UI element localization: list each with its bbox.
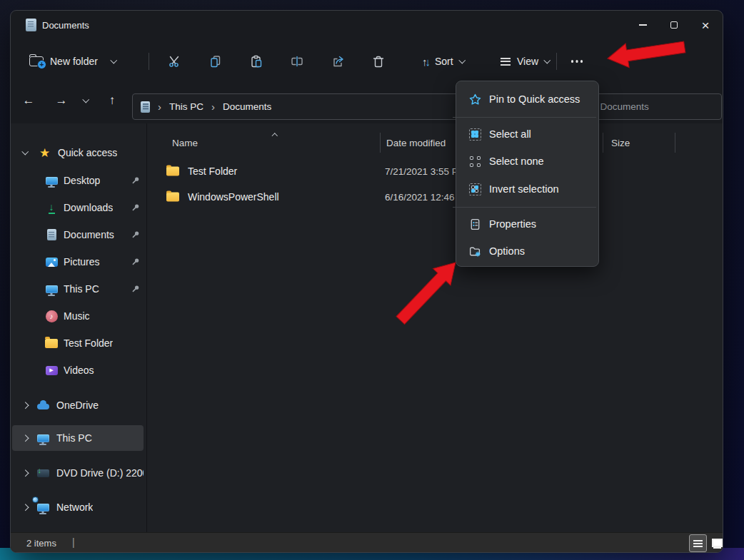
column-header-size[interactable]: Size: [611, 138, 630, 148]
sidebar-item-label: This PC: [64, 283, 99, 295]
sidebar-item-test-folder[interactable]: Test Folder: [11, 330, 146, 356]
menu-item-options[interactable]: Options: [460, 238, 596, 264]
column-header-row: Name Date modified Size: [146, 129, 723, 158]
pin-icon: [131, 258, 140, 266]
menu-item-select-all[interactable]: Select all: [460, 121, 596, 147]
sidebar-item-onedrive[interactable]: OneDrive: [11, 392, 146, 418]
status-bar: 2 items |: [11, 532, 723, 553]
share-button[interactable]: [323, 49, 352, 73]
menu-item-properties[interactable]: Properties: [460, 211, 596, 237]
menu-item-label: Properties: [489, 218, 536, 230]
documents-icon: [44, 228, 59, 242]
menu-item-label: Select all: [489, 128, 531, 140]
star-icon: [468, 92, 482, 106]
downloads-icon: ↓: [44, 200, 59, 215]
delete-icon: [371, 54, 386, 68]
file-date-modified: 7/21/2021 3:55 PM: [385, 166, 466, 177]
forward-button[interactable]: →: [49, 89, 74, 112]
sidebar-item-label: Documents: [64, 229, 114, 240]
close-button[interactable]: ×: [690, 11, 721, 39]
column-divider[interactable]: [675, 133, 675, 153]
file-date-modified: 6/16/2021 12:46: [385, 192, 455, 203]
sidebar-item-videos[interactable]: ▶ Videos: [11, 357, 146, 383]
breadcrumb-current[interactable]: Documents: [223, 101, 271, 112]
file-row-windowspowershell[interactable]: WindowsPowerShell 6/16/2021 12:46: [151, 185, 718, 209]
videos-icon: ▶: [44, 363, 59, 377]
sidebar-item-label: Music: [64, 310, 90, 322]
breadcrumb-this-pc[interactable]: This PC: [169, 101, 203, 112]
paste-button[interactable]: [242, 49, 271, 73]
sidebar-item-label: DVD Drive (D:) 22000: [56, 467, 144, 479]
new-folder-button[interactable]: New folder: [22, 49, 123, 74]
sidebar-item-this-pc-pinned[interactable]: This PC: [11, 276, 146, 302]
view-icon: [501, 58, 511, 66]
sidebar-item-music[interactable]: ♪ Music: [11, 303, 146, 329]
file-name: WindowsPowerShell: [188, 191, 279, 203]
folder-options-icon: [468, 244, 482, 258]
desktop-icon: [44, 173, 59, 188]
network-icon: [35, 500, 51, 514]
details-view-icon: [693, 540, 703, 547]
view-button[interactable]: View: [493, 49, 557, 74]
maximize-icon: [670, 21, 678, 29]
sidebar-item-desktop[interactable]: Desktop: [11, 168, 146, 193]
sidebar-item-this-pc[interactable]: This PC: [11, 425, 146, 451]
large-icons-view-button[interactable]: [708, 534, 723, 552]
column-divider[interactable]: [603, 133, 603, 153]
sort-button[interactable]: ↑↓ Sort: [415, 49, 471, 74]
window-title: Documents: [42, 20, 89, 31]
sidebar-item-quick-access[interactable]: ★ Quick access: [11, 140, 146, 166]
menu-item-label: Pin to Quick access: [489, 93, 580, 105]
sidebar-item-dvd-drive[interactable]: DVD Drive (D:) 22000: [11, 460, 146, 486]
sidebar-item-pictures[interactable]: Pictures: [11, 249, 146, 275]
cut-icon: [168, 54, 182, 68]
see-more-button[interactable]: [564, 49, 590, 73]
chevron-down-icon: [82, 96, 89, 103]
menu-item-pin-to-quick-access[interactable]: Pin to Quick access: [460, 86, 596, 112]
chevron-right-icon[interactable]: [20, 502, 30, 512]
large-icons-view-icon: [712, 539, 723, 547]
pin-icon: [131, 176, 140, 185]
menu-item-select-none[interactable]: Select none: [460, 148, 596, 174]
up-button[interactable]: ↑: [100, 89, 124, 112]
sidebar-item-network[interactable]: Network: [11, 494, 146, 520]
copy-button[interactable]: [201, 49, 230, 73]
sidebar-item-label: Desktop: [64, 175, 100, 186]
sidebar-item-label: Pictures: [64, 256, 100, 268]
column-header-date-modified[interactable]: Date modified: [386, 138, 446, 148]
cut-button[interactable]: [161, 49, 189, 73]
item-count: 2 items: [26, 538, 56, 549]
file-explorer-window: Documents × New folder: [10, 10, 723, 553]
view-label: View: [517, 56, 538, 67]
chevron-right-icon[interactable]: [20, 433, 30, 443]
select-all-icon: [468, 127, 482, 141]
new-folder-label: New folder: [50, 56, 98, 67]
sidebar-item-documents[interactable]: Documents: [11, 222, 146, 248]
minimize-button[interactable]: [627, 11, 658, 39]
menu-item-invert-selection[interactable]: Invert selection: [460, 176, 596, 202]
chevron-down-icon: [111, 57, 117, 63]
rename-button[interactable]: [283, 49, 311, 73]
rename-icon: [290, 54, 304, 68]
back-button[interactable]: ←: [16, 89, 41, 112]
pictures-icon: [44, 255, 59, 269]
select-none-icon: [468, 154, 482, 168]
delete-button[interactable]: [364, 49, 393, 73]
chevron-right-icon[interactable]: [20, 400, 30, 410]
pin-icon: [131, 203, 140, 212]
navigation-bar: ← → ↑ › This PC › Documents: [11, 83, 723, 123]
maximize-button[interactable]: [658, 11, 690, 39]
breadcrumb-separator: ›: [158, 101, 161, 113]
sidebar-item-downloads[interactable]: ↓ Downloads: [11, 195, 146, 220]
paste-icon: [249, 54, 263, 68]
column-divider[interactable]: [380, 133, 381, 153]
column-header-name[interactable]: Name: [172, 138, 198, 148]
see-more-menu: Pin to Quick access Select all Select no…: [456, 81, 599, 267]
details-view-button[interactable]: [689, 534, 707, 552]
share-icon: [331, 54, 345, 68]
sort-ascending-icon: [273, 129, 277, 140]
recent-locations-button[interactable]: [75, 89, 96, 112]
chevron-down-icon[interactable]: [20, 148, 30, 158]
chevron-right-icon[interactable]: [20, 468, 30, 478]
file-row-test-folder[interactable]: Test Folder 7/21/2021 3:55 PM: [151, 159, 718, 183]
